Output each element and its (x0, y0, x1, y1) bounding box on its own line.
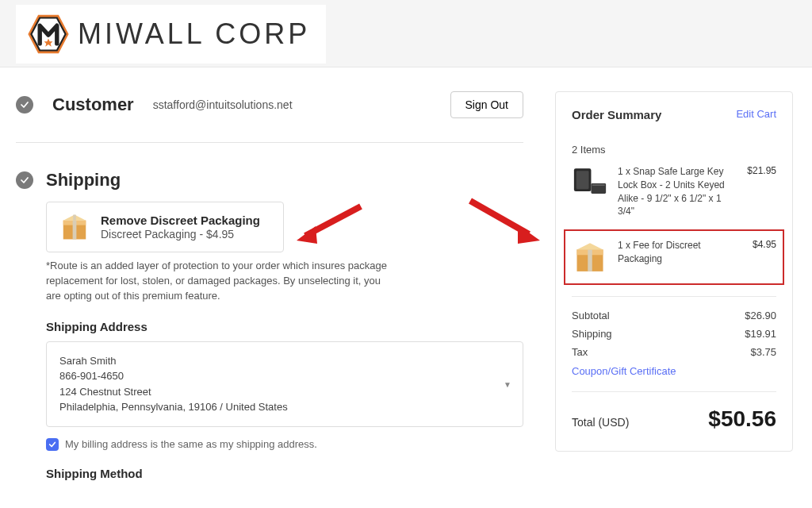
svg-rect-5 (73, 221, 77, 240)
summary-divider (572, 296, 776, 297)
checkbox-checked-icon (46, 438, 59, 451)
check-icon (16, 96, 33, 114)
chevron-down-icon: ▼ (504, 379, 511, 388)
address-name: Sarah Smith (59, 353, 510, 369)
item-price: $21.95 (747, 165, 776, 176)
package-icon (59, 212, 90, 242)
svg-marker-2 (44, 38, 53, 46)
shipping-row: Shipping $19.91 (572, 328, 776, 340)
discreet-title: Remove Discreet Packaging (101, 214, 260, 227)
brand-name: MIWALL CORP (78, 17, 310, 51)
sign-out-button[interactable]: Sign Out (450, 91, 523, 118)
svg-rect-9 (592, 184, 605, 185)
summary-title: Order Summary (572, 108, 661, 121)
cart-item: 1 x Snap Safe Large Key Lock Box - 2 Uni… (572, 165, 776, 218)
route-disclaimer: *Route is an added layer of protection t… (46, 259, 395, 304)
order-summary: Order Summary Edit Cart 2 Items 1 x Snap… (555, 91, 793, 452)
address-phone: 866-901-4650 (59, 368, 510, 384)
item-price: $4.95 (753, 239, 776, 250)
subtotal-row: Subtotal $26.90 (572, 310, 776, 321)
customer-email: sstafford@intuitsolutions.net (153, 98, 293, 111)
item-name: 1 x Fee for Discreet Packaging (618, 239, 743, 266)
items-count: 2 Items (572, 144, 776, 156)
summary-divider (572, 391, 776, 392)
discreet-packaging-toggle[interactable]: Remove Discreet Packaging Discreet Packa… (46, 202, 284, 252)
shipping-section: Shipping Remove Discreet Packaging Discr… (16, 170, 523, 480)
item-name: 1 x Snap Safe Large Key Lock Box - 2 Uni… (618, 165, 737, 218)
address-locality: Philadelphia, Pennsylvania, 19106 / Unit… (59, 399, 510, 415)
billing-same-checkbox[interactable]: My billing address is the same as my shi… (46, 438, 523, 451)
total-row: Total (USD) $50.56 (572, 406, 776, 432)
brand-logo: MIWALL CORP (16, 5, 326, 64)
coupon-link[interactable]: Coupon/Gift Certificate (572, 365, 676, 377)
shipping-method-heading: Shipping Method (46, 467, 523, 480)
section-divider (16, 142, 523, 143)
product-thumb-icon (572, 165, 608, 202)
check-icon (16, 171, 33, 189)
billing-same-label: My billing address is the same as my shi… (65, 438, 317, 450)
shipping-heading: Shipping (46, 170, 121, 190)
brand-mark-icon (27, 13, 70, 56)
svg-rect-7 (576, 171, 589, 189)
customer-heading: Customer (52, 94, 134, 115)
discreet-sub: Discreet Packaging - $4.95 (101, 228, 260, 241)
tax-row: Tax $3.75 (572, 346, 776, 358)
edit-cart-link[interactable]: Edit Cart (736, 108, 776, 120)
svg-rect-12 (588, 250, 592, 272)
customer-section: Customer sstafford@intuitsolutions.net S… (16, 91, 523, 118)
address-street: 124 Chestnut Street (59, 384, 510, 400)
shipping-address-heading: Shipping Address (46, 320, 523, 333)
cart-item-highlighted: 1 x Fee for Discreet Packaging $4.95 (564, 229, 784, 285)
header-band: MIWALL CORP (0, 0, 812, 67)
shipping-address-select[interactable]: Sarah Smith 866-901-4650 124 Chestnut St… (46, 341, 523, 427)
package-icon (572, 239, 608, 275)
